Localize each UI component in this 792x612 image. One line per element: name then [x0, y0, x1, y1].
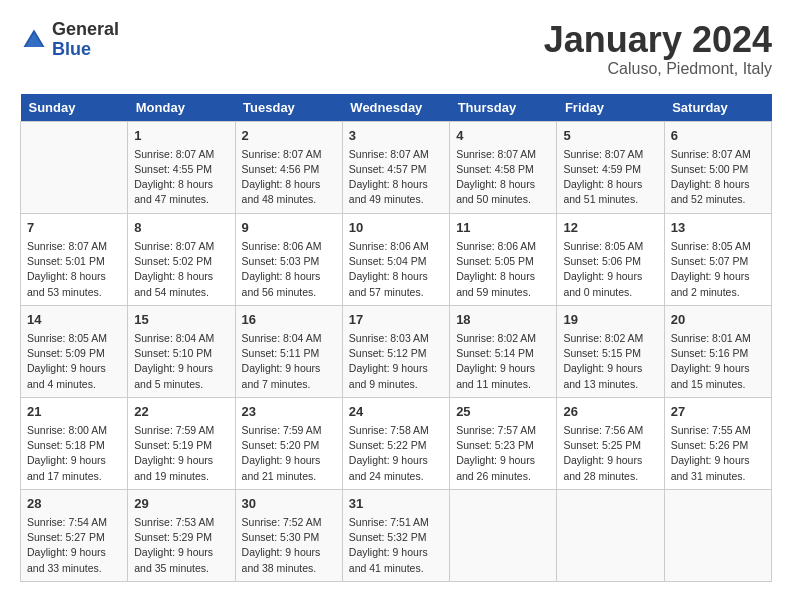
day-number: 23	[242, 403, 336, 421]
day-detail: Sunrise: 8:05 AMSunset: 5:09 PMDaylight:…	[27, 331, 121, 392]
day-number: 24	[349, 403, 443, 421]
weekday-header-friday: Friday	[557, 94, 664, 122]
day-number: 2	[242, 127, 336, 145]
title-block: January 2024 Caluso, Piedmont, Italy	[544, 20, 772, 78]
calendar-cell: 15Sunrise: 8:04 AMSunset: 5:10 PMDayligh…	[128, 305, 235, 397]
day-detail: Sunrise: 8:07 AMSunset: 4:56 PMDaylight:…	[242, 147, 336, 208]
week-row-3: 14Sunrise: 8:05 AMSunset: 5:09 PMDayligh…	[21, 305, 772, 397]
day-detail: Sunrise: 8:06 AMSunset: 5:03 PMDaylight:…	[242, 239, 336, 300]
calendar-subtitle: Caluso, Piedmont, Italy	[544, 60, 772, 78]
day-number: 15	[134, 311, 228, 329]
day-detail: Sunrise: 8:07 AMSunset: 5:01 PMDaylight:…	[27, 239, 121, 300]
calendar-cell: 2Sunrise: 8:07 AMSunset: 4:56 PMDaylight…	[235, 121, 342, 213]
page-header: General Blue January 2024 Caluso, Piedmo…	[20, 20, 772, 78]
weekday-header-tuesday: Tuesday	[235, 94, 342, 122]
logo-general: General	[52, 20, 119, 40]
calendar-body: 1Sunrise: 8:07 AMSunset: 4:55 PMDaylight…	[21, 121, 772, 581]
day-number: 14	[27, 311, 121, 329]
day-detail: Sunrise: 8:05 AMSunset: 5:07 PMDaylight:…	[671, 239, 765, 300]
day-detail: Sunrise: 8:07 AMSunset: 4:58 PMDaylight:…	[456, 147, 550, 208]
day-number: 8	[134, 219, 228, 237]
day-detail: Sunrise: 7:51 AMSunset: 5:32 PMDaylight:…	[349, 515, 443, 576]
day-number: 10	[349, 219, 443, 237]
day-number: 29	[134, 495, 228, 513]
calendar-cell: 28Sunrise: 7:54 AMSunset: 5:27 PMDayligh…	[21, 489, 128, 581]
calendar-cell: 12Sunrise: 8:05 AMSunset: 5:06 PMDayligh…	[557, 213, 664, 305]
day-number: 16	[242, 311, 336, 329]
day-number: 25	[456, 403, 550, 421]
calendar-cell: 27Sunrise: 7:55 AMSunset: 5:26 PMDayligh…	[664, 397, 771, 489]
day-number: 20	[671, 311, 765, 329]
day-detail: Sunrise: 7:55 AMSunset: 5:26 PMDaylight:…	[671, 423, 765, 484]
weekday-header-sunday: Sunday	[21, 94, 128, 122]
day-detail: Sunrise: 8:06 AMSunset: 5:04 PMDaylight:…	[349, 239, 443, 300]
day-number: 19	[563, 311, 657, 329]
day-detail: Sunrise: 8:02 AMSunset: 5:14 PMDaylight:…	[456, 331, 550, 392]
calendar-cell: 21Sunrise: 8:00 AMSunset: 5:18 PMDayligh…	[21, 397, 128, 489]
day-detail: Sunrise: 8:04 AMSunset: 5:10 PMDaylight:…	[134, 331, 228, 392]
weekday-header-wednesday: Wednesday	[342, 94, 449, 122]
weekday-header-monday: Monday	[128, 94, 235, 122]
calendar-cell: 1Sunrise: 8:07 AMSunset: 4:55 PMDaylight…	[128, 121, 235, 213]
day-detail: Sunrise: 8:01 AMSunset: 5:16 PMDaylight:…	[671, 331, 765, 392]
day-detail: Sunrise: 8:07 AMSunset: 4:59 PMDaylight:…	[563, 147, 657, 208]
day-detail: Sunrise: 7:58 AMSunset: 5:22 PMDaylight:…	[349, 423, 443, 484]
calendar-cell: 7Sunrise: 8:07 AMSunset: 5:01 PMDaylight…	[21, 213, 128, 305]
calendar-cell	[557, 489, 664, 581]
week-row-4: 21Sunrise: 8:00 AMSunset: 5:18 PMDayligh…	[21, 397, 772, 489]
day-number: 12	[563, 219, 657, 237]
day-number: 17	[349, 311, 443, 329]
calendar-cell: 20Sunrise: 8:01 AMSunset: 5:16 PMDayligh…	[664, 305, 771, 397]
calendar-title: January 2024	[544, 20, 772, 60]
calendar-cell: 25Sunrise: 7:57 AMSunset: 5:23 PMDayligh…	[450, 397, 557, 489]
day-number: 11	[456, 219, 550, 237]
day-number: 26	[563, 403, 657, 421]
calendar-cell: 11Sunrise: 8:06 AMSunset: 5:05 PMDayligh…	[450, 213, 557, 305]
week-row-1: 1Sunrise: 8:07 AMSunset: 4:55 PMDaylight…	[21, 121, 772, 213]
day-detail: Sunrise: 7:54 AMSunset: 5:27 PMDaylight:…	[27, 515, 121, 576]
day-number: 5	[563, 127, 657, 145]
day-number: 1	[134, 127, 228, 145]
day-number: 28	[27, 495, 121, 513]
week-row-5: 28Sunrise: 7:54 AMSunset: 5:27 PMDayligh…	[21, 489, 772, 581]
day-detail: Sunrise: 8:02 AMSunset: 5:15 PMDaylight:…	[563, 331, 657, 392]
day-number: 21	[27, 403, 121, 421]
day-detail: Sunrise: 8:04 AMSunset: 5:11 PMDaylight:…	[242, 331, 336, 392]
day-detail: Sunrise: 7:59 AMSunset: 5:19 PMDaylight:…	[134, 423, 228, 484]
calendar-cell	[664, 489, 771, 581]
calendar-cell: 6Sunrise: 8:07 AMSunset: 5:00 PMDaylight…	[664, 121, 771, 213]
day-detail: Sunrise: 7:59 AMSunset: 5:20 PMDaylight:…	[242, 423, 336, 484]
day-detail: Sunrise: 7:53 AMSunset: 5:29 PMDaylight:…	[134, 515, 228, 576]
week-row-2: 7Sunrise: 8:07 AMSunset: 5:01 PMDaylight…	[21, 213, 772, 305]
calendar-cell	[450, 489, 557, 581]
day-detail: Sunrise: 8:07 AMSunset: 5:02 PMDaylight:…	[134, 239, 228, 300]
calendar-cell: 22Sunrise: 7:59 AMSunset: 5:19 PMDayligh…	[128, 397, 235, 489]
day-detail: Sunrise: 8:03 AMSunset: 5:12 PMDaylight:…	[349, 331, 443, 392]
day-detail: Sunrise: 7:56 AMSunset: 5:25 PMDaylight:…	[563, 423, 657, 484]
day-number: 7	[27, 219, 121, 237]
day-number: 18	[456, 311, 550, 329]
day-detail: Sunrise: 8:00 AMSunset: 5:18 PMDaylight:…	[27, 423, 121, 484]
calendar-cell: 14Sunrise: 8:05 AMSunset: 5:09 PMDayligh…	[21, 305, 128, 397]
calendar-cell: 24Sunrise: 7:58 AMSunset: 5:22 PMDayligh…	[342, 397, 449, 489]
day-detail: Sunrise: 8:07 AMSunset: 4:57 PMDaylight:…	[349, 147, 443, 208]
logo-icon	[20, 26, 48, 54]
calendar-cell: 5Sunrise: 8:07 AMSunset: 4:59 PMDaylight…	[557, 121, 664, 213]
calendar-cell: 9Sunrise: 8:06 AMSunset: 5:03 PMDaylight…	[235, 213, 342, 305]
logo-text: General Blue	[52, 20, 119, 60]
calendar-cell	[21, 121, 128, 213]
calendar-header: SundayMondayTuesdayWednesdayThursdayFrid…	[21, 94, 772, 122]
day-number: 6	[671, 127, 765, 145]
day-detail: Sunrise: 7:52 AMSunset: 5:30 PMDaylight:…	[242, 515, 336, 576]
day-number: 30	[242, 495, 336, 513]
day-number: 31	[349, 495, 443, 513]
calendar-cell: 16Sunrise: 8:04 AMSunset: 5:11 PMDayligh…	[235, 305, 342, 397]
calendar-cell: 26Sunrise: 7:56 AMSunset: 5:25 PMDayligh…	[557, 397, 664, 489]
calendar-cell: 29Sunrise: 7:53 AMSunset: 5:29 PMDayligh…	[128, 489, 235, 581]
weekday-header-saturday: Saturday	[664, 94, 771, 122]
day-number: 13	[671, 219, 765, 237]
day-detail: Sunrise: 8:05 AMSunset: 5:06 PMDaylight:…	[563, 239, 657, 300]
calendar-table: SundayMondayTuesdayWednesdayThursdayFrid…	[20, 94, 772, 582]
day-detail: Sunrise: 8:07 AMSunset: 5:00 PMDaylight:…	[671, 147, 765, 208]
calendar-cell: 8Sunrise: 8:07 AMSunset: 5:02 PMDaylight…	[128, 213, 235, 305]
